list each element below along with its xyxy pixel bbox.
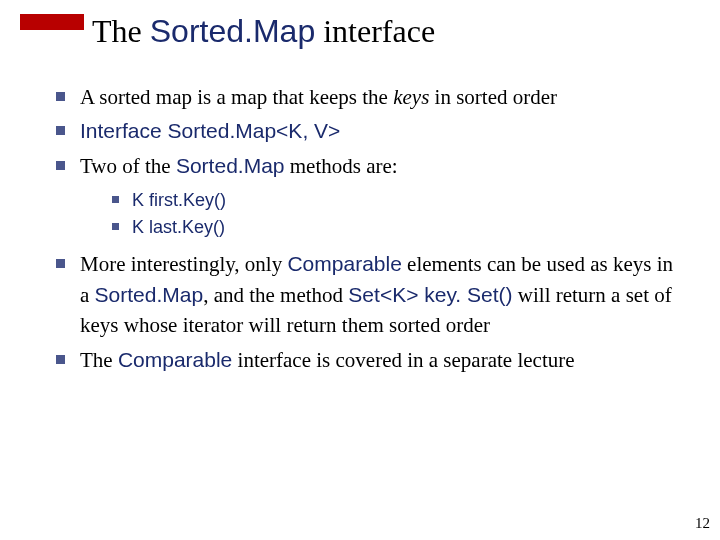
b4-c1: Comparable (287, 252, 401, 275)
sub-bullet-list: K first.Key() K last.Key() (110, 187, 680, 241)
b4-t1: More interestingly, only (80, 252, 287, 276)
title-pre: The (92, 13, 150, 49)
bullet-2: Interface Sorted.Map<K, V> (52, 116, 680, 146)
b4-c2: Sorted.Map (95, 283, 204, 306)
b3-t2: methods are: (285, 154, 398, 178)
sub-bullet-2: K last.Key() (110, 214, 680, 241)
title-area: The Sorted.Map interface (20, 14, 435, 49)
b4-c3: Set<K> key. Set() (348, 283, 512, 306)
b4-t3: , and the method (203, 283, 348, 307)
bullet-5: The Comparable interface is covered in a… (52, 345, 680, 375)
title-code: Sorted.Map (150, 13, 315, 49)
sub-bullet-1: K first.Key() (110, 187, 680, 214)
b3-t1: Two of the (80, 154, 176, 178)
b1-em: keys (393, 85, 429, 109)
b2-code: Interface Sorted.Map<K, V> (80, 119, 340, 142)
page-number: 12 (695, 515, 710, 532)
slide-title: The Sorted.Map interface (92, 14, 435, 49)
bullet-4: More interestingly, only Comparable elem… (52, 249, 680, 340)
b1-t2: in sorted order (429, 85, 557, 109)
b5-c1: Comparable (118, 348, 232, 371)
bullet-list: A sorted map is a map that keeps the key… (52, 82, 680, 375)
b5-t1: The (80, 348, 118, 372)
title-accent-bar (20, 14, 84, 30)
bullet-3: Two of the Sorted.Map methods are: K fir… (52, 151, 680, 241)
title-post: interface (315, 13, 435, 49)
slide: The Sorted.Map interface A sorted map is… (0, 0, 720, 540)
b3-code: Sorted.Map (176, 154, 285, 177)
b5-t2: interface is covered in a separate lectu… (232, 348, 574, 372)
slide-body: A sorted map is a map that keeps the key… (52, 82, 680, 379)
bullet-1: A sorted map is a map that keeps the key… (52, 82, 680, 112)
b1-t1: A sorted map is a map that keeps the (80, 85, 393, 109)
